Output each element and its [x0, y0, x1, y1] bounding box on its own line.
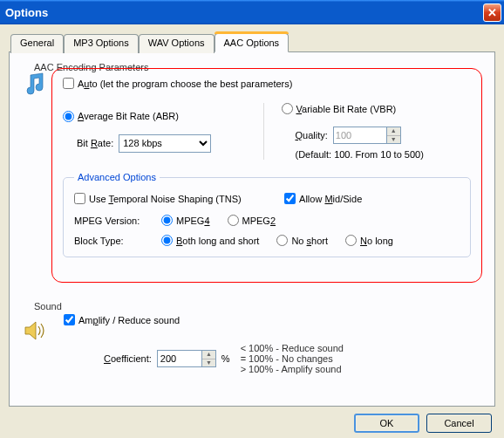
coef-down[interactable]: ▼	[202, 359, 215, 366]
close-button[interactable]: ✕	[483, 3, 501, 22]
midside-checkbox-input[interactable]	[284, 193, 296, 204]
percent-label: %	[221, 353, 230, 364]
dialog-buttons: OK Cancel	[9, 407, 495, 433]
quality-up[interactable]: ▲	[387, 127, 400, 135]
tns-checkbox-input[interactable]	[74, 193, 85, 204]
block-nolong-radio[interactable]: No long	[345, 235, 393, 246]
coefficient-label: Coefficient:	[104, 353, 152, 364]
tab-aac[interactable]: AAC Options	[215, 33, 289, 52]
cancel-button[interactable]: Cancel	[426, 414, 492, 433]
block-both-radio[interactable]: Both long and short	[161, 235, 259, 246]
advanced-options-group: Advanced Options Use Temporal Noise Shap…	[63, 172, 471, 257]
aac-highlighted-box: Auto (let the program choose the best pa…	[51, 68, 482, 283]
bitrate-label: Bit Rate:	[77, 138, 113, 148]
dialog-body: General MP3 Options WAV Options AAC Opti…	[0, 24, 504, 438]
block-type-label: Block Type:	[74, 236, 161, 246]
coef-up[interactable]: ▲	[202, 351, 215, 359]
window-title: Options	[5, 6, 483, 19]
coefficient-input[interactable]	[157, 350, 202, 367]
ok-button[interactable]: OK	[354, 414, 419, 433]
mpeg2-radio[interactable]: MPEG2	[228, 215, 276, 226]
amplify-checkbox[interactable]: Amplify / Reduce sound	[64, 314, 180, 325]
quality-label: Quality:	[296, 130, 328, 140]
auto-checkbox[interactable]: Auto (let the program choose the best pa…	[63, 78, 292, 89]
speaker-icon	[22, 318, 51, 344]
mpeg4-radio[interactable]: MPEG4	[161, 215, 210, 226]
vbr-radio[interactable]: Variable Bit Rate (VBR)	[282, 103, 397, 114]
music-note-icon	[22, 72, 51, 98]
tab-strip: General MP3 Options WAV Options AAC Opti…	[9, 33, 495, 52]
title-bar: Options ✕	[0, 0, 504, 24]
aac-params-group: AAC Encoding Parameters Auto (let the pr…	[22, 63, 482, 295]
mpeg-version-label: MPEG Version:	[74, 216, 161, 226]
quality-spinner[interactable]: ▲▼	[333, 127, 401, 144]
quality-help: (Default: 100. From 10 to 500)	[296, 149, 472, 160]
vbr-radio-input[interactable]	[282, 103, 293, 114]
bitrate-select[interactable]: 128 kbps	[119, 134, 211, 153]
quality-input[interactable]	[333, 127, 387, 144]
sound-legend: Sound	[31, 301, 65, 311]
mpeg4-radio-input[interactable]	[161, 215, 173, 226]
block-both-radio-input[interactable]	[161, 235, 173, 246]
auto-checkbox-input[interactable]	[63, 78, 74, 89]
block-noshort-radio-input[interactable]	[276, 235, 288, 246]
quality-down[interactable]: ▼	[387, 135, 400, 143]
tab-content: AAC Encoding Parameters Auto (let the pr…	[9, 51, 495, 407]
tns-checkbox[interactable]: Use Temporal Noise Shaping (TNS)	[74, 193, 242, 204]
abr-radio-input[interactable]	[63, 111, 74, 122]
coefficient-help: < 100% - Reduce sound = 100% - No change…	[241, 343, 344, 374]
mpeg2-radio-input[interactable]	[228, 215, 239, 226]
block-noshort-radio[interactable]: No short	[276, 235, 328, 246]
midside-checkbox[interactable]: Allow Mid/Side	[284, 193, 362, 204]
advanced-legend: Advanced Options	[74, 172, 160, 182]
sound-group: Sound Amplify / Reduce sound	[22, 302, 482, 374]
abr-radio[interactable]: Average Bit Rate (ABR)	[63, 111, 179, 122]
tab-general[interactable]: General	[10, 34, 64, 53]
tab-wav[interactable]: WAV Options	[139, 34, 215, 53]
block-nolong-radio-input[interactable]	[345, 235, 357, 246]
tab-mp3[interactable]: MP3 Options	[64, 34, 139, 53]
coefficient-spinner[interactable]: ▲▼	[157, 350, 216, 367]
amplify-checkbox-input[interactable]	[64, 314, 75, 325]
